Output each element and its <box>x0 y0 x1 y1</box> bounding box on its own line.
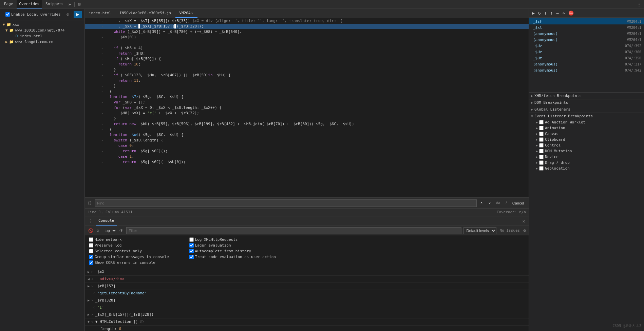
block-icon[interactable]: ⊘ <box>96 228 100 234</box>
section-event-listeners[interactable]: ▼ Event Listener Breakpoints <box>529 113 644 119</box>
option-preserve-log[interactable]: Preserve log <box>89 243 169 248</box>
find-up-btn[interactable]: ∧ <box>478 200 485 206</box>
bp-item-drag-drop[interactable]: ▶ Drag / drop <box>529 160 644 166</box>
find-down-btn[interactable]: ∨ <box>486 200 493 206</box>
option-autocomplete[interactable]: Autocomplete from history <box>189 249 276 253</box>
call-stack-item-2[interactable]: (anonymous) VM204:1 <box>529 31 644 37</box>
step-over-icon[interactable]: ↻ <box>537 10 542 16</box>
bp-item-clipboard[interactable]: ▶ Clipboard <box>529 137 644 142</box>
option-selected-context[interactable]: Selected context only <box>89 249 169 253</box>
call-stack-item-1[interactable]: _$xl VM204:1 <box>529 24 644 31</box>
call-stack-item-8[interactable]: (anonymous) 074/:942 <box>529 67 644 73</box>
tree-item-www10010[interactable]: ▼ 📁 www.10010.com/net5/074 <box>0 27 84 33</box>
bp-item-control[interactable]: ▶ Control <box>529 142 644 148</box>
code-line-7: - return _$H8; <box>85 51 529 56</box>
find-case-btn[interactable]: Aa <box>494 200 502 206</box>
code-line-20: - return new _$bU(_$rB[55],_$rB[596],_$r… <box>85 121 529 127</box>
console-row-7[interactable]: ▶ › _$xX[_$rB[157]](_$rB[328]) <box>85 311 529 318</box>
dont-pause-icon[interactable]: ⛔ <box>567 10 575 16</box>
console-row-5[interactable]: ▶ › _$rB[328] <box>85 297 529 304</box>
file-tab-in5cv[interactable]: IN5CvLacRcP6.e309c5f.js <box>115 9 175 18</box>
call-stack-item-7[interactable]: (anonymous) 074/:217 <box>529 61 644 67</box>
console-options: Hide network Preserve log Selected conte… <box>85 235 529 267</box>
find-regex-btn[interactable]: .* <box>503 200 509 206</box>
expand-icon-2[interactable]: ◀ <box>88 276 90 282</box>
clear-overrides-icon[interactable]: ⊘ <box>66 11 70 18</box>
option-treat-code[interactable]: Treat code evaluation as user action <box>189 255 276 259</box>
code-line-24: - case 0: <box>85 143 529 149</box>
tree-item-xxx[interactable]: ▼ 📁 xxx <box>0 22 84 27</box>
bp-item-device[interactable]: ▶ Device <box>529 154 644 160</box>
select-folder-button[interactable]: ▶ <box>74 11 82 18</box>
console-output[interactable]: ▶ › _$xX ◀ ‹ <div></div> ▶ › _$rB[157] ‹ <box>85 267 529 331</box>
find-input[interactable] <box>95 199 477 207</box>
console-menu-icon[interactable]: ⋮ <box>88 218 93 224</box>
overrides-checkbox[interactable] <box>5 12 10 17</box>
file-tab-indexhtml[interactable]: index.html <box>85 9 115 18</box>
expand-icon-4 <box>88 290 92 296</box>
call-stack-item-5[interactable]: _$Uz 074/:360 <box>529 49 644 55</box>
option-hide-network[interactable]: Hide network <box>89 237 169 242</box>
option-cors-errors[interactable]: Show CORS errors in console <box>89 260 169 265</box>
console-row-4[interactable]: ‹ 'getElementsByTagName' <box>85 290 529 297</box>
console-close-icon[interactable]: ✕ <box>522 218 526 225</box>
tab-overrides[interactable]: Overrides <box>17 0 42 8</box>
resume-icon[interactable]: ▶ <box>531 10 536 16</box>
option-log-xhr[interactable]: Log XMLHttpRequests <box>189 237 276 242</box>
code-line-27: - return $5g[_$6C]( _$sU[0]); <box>85 159 529 165</box>
step-into-icon[interactable]: ↓ <box>543 10 548 16</box>
tree-item-wwwfangdi[interactable]: ▶ 📁 www.fangdi.com.cn <box>0 39 84 45</box>
tree-item-indexhtml[interactable]: ⠀ 🗋 index.html <box>0 33 84 39</box>
section-global[interactable]: ▶ Global Listeners <box>529 106 644 113</box>
step-out-icon[interactable]: ↑ <box>549 10 554 16</box>
tab-page[interactable]: Page <box>1 0 16 8</box>
bp-item-geolocation[interactable]: ▶ Geolocation <box>529 166 644 171</box>
console-row-1[interactable]: ▶ › _$xX <box>85 269 529 276</box>
expand-icon-1[interactable]: ▶ <box>88 269 90 275</box>
step-icon[interactable]: → <box>555 10 560 16</box>
file-tab-vm204[interactable]: VM204 ✕ <box>175 9 197 18</box>
level-select[interactable]: Default levels <box>463 227 496 234</box>
console-settings-icon[interactable]: ⚙ <box>523 228 526 233</box>
find-cancel-btn[interactable]: Cancel <box>510 200 526 206</box>
more-tabs-icon[interactable]: » <box>67 1 72 7</box>
expand-icon-8[interactable]: ▼ <box>88 319 90 325</box>
settings-dots-icon[interactable]: ⋮ <box>636 1 643 7</box>
clear-console-icon[interactable]: 🚫 <box>88 228 94 234</box>
watermark: CSDN @局外人.LZ <box>613 324 641 328</box>
tab-snippets[interactable]: Snippets <box>43 0 66 8</box>
section-dom-bp[interactable]: ▶ DOM Breakpoints <box>529 99 644 106</box>
bp-item-canvas[interactable]: ▶ Canvas <box>529 131 644 137</box>
call-stack-item-4[interactable]: _$Uz 074/:392 <box>529 43 644 49</box>
expand-icon-7[interactable]: ▶ <box>88 312 90 318</box>
bp-item-ad-auction[interactable]: ▶ Ad Auction Worklet <box>529 119 644 125</box>
bp-item-animation[interactable]: ▶ Animation <box>529 125 644 131</box>
code-line-15: - function _$7z(_$5g, _$6C, _$sU) { <box>85 94 529 100</box>
console-row-8[interactable]: ▼ ‹ ▼ HTMLCollection [] ⓘ <box>85 318 529 326</box>
filter-input[interactable] <box>126 227 461 234</box>
code-area[interactable]: - , _$xX = _$sT[_$B[85]](_$rB[33])_$xX =… <box>85 18 529 197</box>
expand-icon-5[interactable]: ▶ <box>88 297 90 304</box>
dock-icon[interactable]: ⊟ <box>77 1 82 7</box>
file-tab-close-icon[interactable]: ✕ <box>191 11 193 15</box>
call-stack-item-3[interactable]: (anonymous) VM204:1 <box>529 37 644 43</box>
code-line-4: - _$Xx[0]) <box>85 35 529 40</box>
call-stack-item-0[interactable]: _$sF VM204:1 <box>529 18 644 24</box>
console-tab[interactable]: Console <box>96 217 117 226</box>
file-icon: 🗋 <box>15 34 19 38</box>
eye-icon[interactable]: 👁 <box>119 228 124 234</box>
deactivate-bp-icon[interactable]: ↷ <box>561 10 566 16</box>
section-xhr[interactable]: ▶ XHR/fetch Breakpoints <box>529 92 644 99</box>
bp-item-dom-mutation[interactable]: ▶ DOM Mutation <box>529 148 644 154</box>
overrides-option[interactable]: Enable Local Overrides <box>3 10 63 19</box>
code-line-18: - _$H8[_$xX] = 'c[' + _$xX + _$rB[32]; <box>85 111 529 116</box>
option-eager-eval[interactable]: Eager evaluation <box>189 243 276 248</box>
code-lines[interactable]: - , _$xX = _$sT[_$B[85]](_$rB[33])_$xX =… <box>85 18 529 197</box>
console-row-6[interactable]: ‹ '1' <box>85 304 529 311</box>
context-select[interactable]: top <box>102 228 117 233</box>
expand-icon-3[interactable]: ▶ <box>88 283 90 289</box>
call-stack-item-6[interactable]: _$Uz 074/:350 <box>529 55 644 61</box>
console-row-3[interactable]: ▶ › _$rB[157] <box>85 283 529 290</box>
console-row-2[interactable]: ◀ ‹ <div></div> <box>85 276 529 283</box>
option-group-similar[interactable]: Group similar messages in console <box>89 255 169 259</box>
